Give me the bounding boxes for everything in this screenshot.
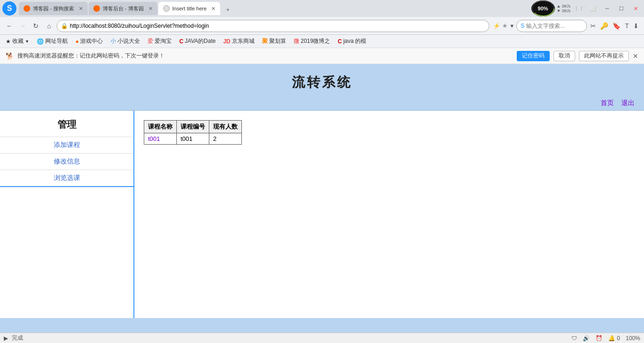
- svg-text:S: S: [7, 4, 12, 12]
- download-icon[interactable]: ⬇: [632, 21, 640, 31]
- sidebar-header: 管理: [0, 111, 133, 137]
- juhua-icon: 聚: [262, 37, 268, 45]
- tab-2-close[interactable]: ✕: [149, 6, 153, 12]
- bookmarks-bar: ★ 收藏 ▼ 🌐 网址导航 ● 游戏中心 小 小说大全 爱 爱淘宝 C JAVA…: [0, 35, 644, 48]
- bookmark-jd[interactable]: JD 京东商城: [221, 37, 256, 45]
- bookmark-games[interactable]: ● 游戏中心: [74, 37, 105, 45]
- notif-dog-icon: 🐕: [6, 52, 14, 60]
- home-link[interactable]: 首页: [601, 99, 614, 107]
- status-zoom: 100%: [626, 335, 640, 342]
- sidebar-item-edit-info[interactable]: 修改信息: [0, 154, 133, 170]
- globe-icon: 🌐: [37, 38, 44, 45]
- taobao-icon: 爱: [148, 37, 153, 45]
- app-header: 流转系统: [0, 64, 644, 96]
- no-remind-button[interactable]: 此网站不再提示: [579, 51, 629, 61]
- cell-course-count: 2: [209, 133, 242, 145]
- window-controls: ⋮⋮ ⬜ ─ ☐ ✕: [572, 4, 642, 13]
- bookmark-java-date[interactable]: C JAVA的Date: [177, 37, 217, 45]
- bookmark-java-model[interactable]: C java 的模: [336, 37, 368, 45]
- tabs-area: 博客园 - 搜狗搜索 ✕ 博客后台 - 博客园 ✕ Insert title h…: [19, 2, 529, 15]
- translate-icon[interactable]: T: [623, 21, 630, 31]
- title-bar: S 博客园 - 搜狗搜索 ✕ 博客后台 - 博客园 ✕ Insert title…: [0, 0, 644, 17]
- tab-3[interactable]: Insert title here ✕: [158, 2, 221, 15]
- main-layout: 管理 添加课程 修改信息 浏览选课 课程名称 课程编号 现有人数: [0, 111, 644, 318]
- status-text: 完成: [12, 334, 23, 342]
- notif-text: 搜狗高速浏览器提醒您：记住此网站密码，下次一键登录！: [17, 52, 513, 60]
- search-input[interactable]: [526, 23, 597, 29]
- table-row: t001 t001 2: [144, 133, 242, 145]
- status-bar: ▶ 完成 🛡 🔊 ⏰ 🔔 0 100%: [0, 333, 644, 343]
- close-button[interactable]: ✕: [629, 4, 642, 13]
- new-tab-button[interactable]: +: [222, 4, 233, 15]
- url-bar-wrapper: 🔒: [57, 20, 489, 32]
- top-nav: 首页 退出: [0, 96, 644, 111]
- status-notif-count: 🔔 0: [608, 335, 620, 342]
- status-bar-right: 🛡 🔊 ⏰ 🔔 0 100%: [571, 335, 640, 342]
- browser-frame: S 博客园 - 搜狗搜索 ✕ 博客后台 - 博客园 ✕ Insert title…: [0, 0, 644, 343]
- cell-course-name: t001: [144, 133, 177, 145]
- tab-2[interactable]: 博客后台 - 博客园 ✕: [89, 2, 157, 15]
- app-title: 流转系统: [0, 74, 644, 91]
- jd-icon: JD: [223, 38, 230, 45]
- tab-3-close[interactable]: ✕: [211, 6, 215, 12]
- toolbar-btn-2[interactable]: ⬜: [586, 4, 600, 13]
- nav-right-icons: ⚡ ★ ▼: [493, 22, 515, 29]
- sidebar-item-browse-course[interactable]: 浏览选课: [0, 170, 133, 187]
- bookmark-nav[interactable]: 🌐 网址导航: [35, 37, 70, 45]
- cancel-button[interactable]: 取消: [553, 51, 575, 61]
- bookmark-icon[interactable]: 🔖: [611, 21, 622, 31]
- notif-close-button[interactable]: ✕: [633, 52, 638, 60]
- refresh-button[interactable]: ↻: [30, 20, 41, 32]
- logout-link[interactable]: 退出: [621, 99, 635, 107]
- cell-course-code: t001: [177, 133, 209, 145]
- col-header-count: 现有人数: [209, 121, 242, 133]
- sidebar-item-add-course[interactable]: 添加课程: [0, 137, 133, 154]
- toolbar-btn-1[interactable]: ⋮⋮: [572, 4, 586, 13]
- page-content: 流转系统 首页 退出 管理 添加课程 修改信息 浏览选课 课程名称: [0, 64, 644, 333]
- lightning-icon: ⚡: [493, 23, 500, 29]
- bookmark-juhua[interactable]: 聚 聚划算: [260, 37, 288, 45]
- col-header-name: 课程名称: [144, 121, 177, 133]
- dropdown-icon: ▼: [25, 39, 29, 44]
- course-table: 课程名称 课程编号 现有人数 t001 t001 2: [144, 120, 242, 145]
- home-button[interactable]: ⌂: [43, 20, 55, 32]
- speed-indicator: 90%: [531, 0, 555, 16]
- bookmark-novels[interactable]: 小 小说大全: [108, 37, 142, 45]
- ssl-icon: 🔒: [61, 23, 68, 29]
- tab-1[interactable]: 博客园 - 搜狗搜索 ✕: [19, 2, 88, 15]
- weibo-icon: 微: [294, 37, 299, 45]
- sidebar: 管理 添加课程 修改信息 浏览选课: [0, 111, 134, 318]
- course-name-link[interactable]: t001: [148, 135, 160, 142]
- content-area: 课程名称 课程编号 现有人数 t001 t001 2: [134, 111, 644, 318]
- java-icon: C: [179, 38, 183, 45]
- nav-bar: ← → ↻ ⌂ 🔒 ⚡ ★ ▼ S ✂ 🔑 🔖 T ⬇: [0, 17, 644, 35]
- tab-1-close[interactable]: ✕: [79, 6, 83, 12]
- bookmark-favorites[interactable]: ★ 收藏 ▼: [4, 37, 31, 45]
- search-box: S: [516, 20, 587, 32]
- sogou-search-logo: S: [520, 23, 524, 29]
- status-play-icon: ▶: [4, 335, 8, 342]
- toolbar-extra-icons: ✂ 🔑 🔖 T ⬇: [589, 21, 640, 31]
- notification-bar: 🐕 搜狗高速浏览器提醒您：记住此网站密码，下次一键登录！ 记住密码 取消 此网站…: [0, 48, 644, 64]
- star-icon[interactable]: ★: [502, 22, 508, 29]
- back-button[interactable]: ←: [4, 20, 15, 32]
- status-clock-icon: ⏰: [595, 335, 603, 342]
- minimize-button[interactable]: ─: [601, 4, 614, 13]
- more-icon[interactable]: ▼: [510, 23, 515, 29]
- game-icon: ●: [75, 38, 79, 45]
- status-volume-icon: 🔊: [583, 335, 590, 342]
- url-input[interactable]: [70, 23, 485, 29]
- novel-icon: 小: [110, 37, 116, 45]
- forward-button[interactable]: →: [17, 20, 28, 32]
- bookmark-weibo[interactable]: 微 2019微博之: [292, 37, 332, 45]
- scissors-icon[interactable]: ✂: [589, 21, 597, 31]
- remember-password-button[interactable]: 记住密码: [517, 51, 550, 61]
- java-model-icon: C: [338, 38, 342, 45]
- col-header-code: 课程编号: [177, 121, 209, 133]
- speed-display: ▲ 0K/s ▼ 0K/s: [557, 4, 570, 13]
- maximize-button[interactable]: ☐: [615, 4, 628, 13]
- status-shield-icon: 🛡: [571, 335, 577, 342]
- star-bookmark-icon: ★: [6, 38, 11, 45]
- bookmark-taobao[interactable]: 爱 爱淘宝: [146, 37, 173, 45]
- key-icon[interactable]: 🔑: [599, 21, 610, 31]
